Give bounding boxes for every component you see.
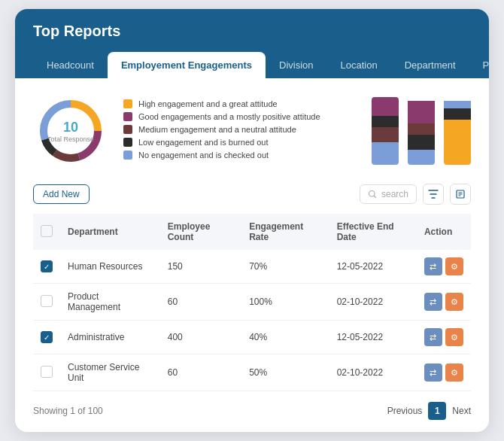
header-department: Department <box>60 214 160 250</box>
row-effective-end-date-3: 02-10-2022 <box>329 354 417 391</box>
filter-button[interactable] <box>423 184 444 205</box>
action-buttons-1: ⇄ ⚙ <box>424 293 463 311</box>
data-table: Department Employee Count Engagement Rat… <box>33 214 471 391</box>
table-row: ✓ Human Resources 150 70% 12-05-2022 ⇄ ⚙ <box>33 250 471 284</box>
row-checkbox-cell-3 <box>33 354 60 391</box>
row-checkbox-cell-1 <box>33 284 60 321</box>
legend-item-0: High engagement and a great attitude <box>123 99 357 108</box>
showing-label: Showing 1 of 100 <box>33 406 103 416</box>
svg-line-7 <box>374 196 375 197</box>
table-row: Customer Service Unit 60 50% 02-10-2022 … <box>33 354 471 391</box>
header-checkbox-cell <box>33 214 60 250</box>
action-buttons-3: ⇄ ⚙ <box>424 363 463 382</box>
edit-button-3[interactable]: ⇄ <box>424 363 442 382</box>
header-engagement-rate: Engagement Rate <box>241 214 329 250</box>
settings-button-2[interactable]: ⚙ <box>445 328 463 346</box>
row-action-2: ⇄ ⚙ <box>417 321 471 354</box>
row-checkbox-3[interactable] <box>41 366 53 378</box>
tab-department[interactable]: Department <box>391 52 469 78</box>
row-effective-end-date-0: 12-05-2022 <box>329 250 417 284</box>
legend-dot-4 <box>123 151 132 160</box>
page-title: Top Reports <box>33 23 471 40</box>
bar-segment-1-2 <box>408 123 435 135</box>
search-box[interactable]: search <box>360 184 417 204</box>
row-engagement-rate-0: 70% <box>241 250 329 284</box>
legend-text-4: No engagement and is checked out <box>138 151 269 160</box>
tab-location[interactable]: Location <box>327 52 391 78</box>
settings-button-0[interactable]: ⚙ <box>445 257 463 275</box>
prev-button[interactable]: Previous <box>387 406 423 416</box>
edit-button-2[interactable]: ⇄ <box>424 328 442 346</box>
bar-stack-2 <box>444 97 471 165</box>
tab-headcount[interactable]: Headcount <box>33 52 108 78</box>
legend-dot-1 <box>123 112 132 121</box>
export-button[interactable] <box>450 184 471 205</box>
row-department-2: Administrative <box>60 321 160 354</box>
legend-dot-0 <box>123 99 132 108</box>
add-new-button[interactable]: Add New <box>33 184 90 204</box>
bar-stack-0 <box>372 97 399 165</box>
select-all-checkbox[interactable] <box>41 225 53 237</box>
legend-item-3: Low engagement and is burned out <box>123 138 357 147</box>
legend-dot-2 <box>123 125 132 134</box>
tab-division[interactable]: Division <box>266 52 327 78</box>
row-effective-end-date-2: 12-05-2022 <box>329 321 417 354</box>
donut-chart: 10 Total Response <box>33 93 108 169</box>
row-employee-count-1: 60 <box>160 284 241 321</box>
row-employee-count-3: 60 <box>160 354 241 391</box>
row-checkbox-2[interactable]: ✓ <box>41 331 53 343</box>
donut-label: Total Response <box>47 135 94 143</box>
header-effective-end-date: Effective End Date <box>329 214 417 250</box>
bar-segment-1-3 <box>408 101 435 123</box>
tab-paytype[interactable]: Paytype <box>469 52 489 78</box>
bar-segment-2-0 <box>444 120 471 165</box>
table-header: Department Employee Count Engagement Rat… <box>33 214 471 250</box>
tab-employement-engagements[interactable]: Employement Engagements <box>108 52 266 78</box>
row-engagement-rate-1: 100% <box>241 284 329 321</box>
settings-button-1[interactable]: ⚙ <box>445 293 463 311</box>
legend-item-2: Medium engagement and a neutral attitude <box>123 125 357 134</box>
bar-segment-1-1 <box>408 135 435 150</box>
row-action-0: ⇄ ⚙ <box>417 250 471 284</box>
header-employee-count: Employee Count <box>160 214 241 250</box>
table-row: Product Management 60 100% 02-10-2022 ⇄ … <box>33 284 471 321</box>
card-header: Top Reports HeadcountEmployement Engagem… <box>15 9 489 78</box>
filter-icon <box>428 189 439 199</box>
main-card: Top Reports HeadcountEmployement Engagem… <box>15 9 489 432</box>
legend-text-0: High engagement and a great attitude <box>138 99 278 108</box>
card-body: 10 Total Response High engagement and a … <box>15 78 489 432</box>
table-body: ✓ Human Resources 150 70% 12-05-2022 ⇄ ⚙… <box>33 250 471 391</box>
legend-item-4: No engagement and is checked out <box>123 151 357 160</box>
bar-segment-0-0 <box>372 142 399 165</box>
current-page[interactable]: 1 <box>428 402 446 420</box>
row-engagement-rate-2: 40% <box>241 321 329 354</box>
settings-button-3[interactable]: ⚙ <box>445 363 463 382</box>
bar-segment-0-3 <box>372 97 399 116</box>
tab-bar: HeadcountEmployement EngagementsDivision… <box>33 52 471 78</box>
legend-dot-3 <box>123 138 132 147</box>
next-button[interactable]: Next <box>452 406 471 416</box>
row-employee-count-0: 150 <box>160 250 241 284</box>
row-action-3: ⇄ ⚙ <box>417 354 471 391</box>
action-buttons-0: ⇄ ⚙ <box>424 257 463 275</box>
row-department-3: Customer Service Unit <box>60 354 160 391</box>
row-checkbox-1[interactable] <box>41 295 53 307</box>
action-buttons-2: ⇄ ⚙ <box>424 328 463 346</box>
export-icon <box>455 189 466 199</box>
edit-button-1[interactable]: ⇄ <box>424 293 442 311</box>
row-checkbox-cell-0: ✓ <box>33 250 60 284</box>
chart-section: 10 Total Response High engagement and a … <box>33 93 471 169</box>
bar-charts <box>372 97 471 165</box>
row-employee-count-2: 400 <box>160 321 241 354</box>
chart-legend: High engagement and a great attitude Goo… <box>123 99 357 163</box>
bar-segment-2-1 <box>444 108 471 120</box>
row-engagement-rate-3: 50% <box>241 354 329 391</box>
bar-segment-2-2 <box>444 101 471 108</box>
edit-button-0[interactable]: ⇄ <box>424 257 442 275</box>
row-checkbox-0[interactable]: ✓ <box>41 260 53 272</box>
donut-total: 10 <box>47 120 94 135</box>
pagination: Showing 1 of 100 Previous 1 Next <box>33 402 471 420</box>
legend-text-3: Low engagement and is burned out <box>138 138 268 147</box>
bar-stack-1 <box>408 97 435 165</box>
legend-text-2: Medium engagement and a neutral attitude <box>138 125 296 134</box>
